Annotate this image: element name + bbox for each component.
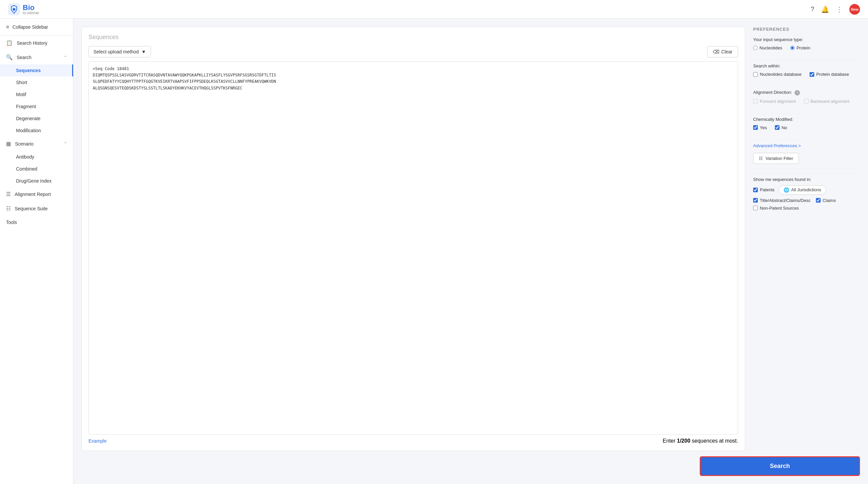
sequences-panel: Sequences Select upload method ▼ ⌫ Clear… [82,27,745,451]
sequence-type-options: Nucleotides Protein [753,45,860,51]
sidebar-item-antibody[interactable]: Antibody [0,151,73,163]
sidebar-item-fragment[interactable]: Fragment [0,100,73,112]
help-icon[interactable]: ? [811,5,814,13]
sidebar-item-modification[interactable]: Modification [0,125,73,136]
modification-label: Modification [16,128,41,133]
all-jurisdictions-button[interactable]: 🌐 All Jurisdictions [778,185,826,195]
patents-label: Patents [760,187,775,192]
protein-db-option[interactable]: Protein database [810,72,849,77]
variation-filter-label: Variation Filter [766,156,793,161]
show-me-label: Show me sequences found in: [753,177,860,182]
search-within-section: Search within: Nucleotides database Prot… [753,63,860,77]
sequence-suite-icon: ☷ [6,205,11,212]
title-abstract-checkbox[interactable] [753,198,758,203]
search-group-label: Search [17,55,31,60]
bell-icon[interactable]: 🔔 [821,5,829,13]
non-patent-option[interactable]: Non-Patent Sources [753,205,860,211]
short-label: Short [16,80,27,85]
yes-checkbox[interactable] [753,125,758,130]
sidebar-item-short[interactable]: Short [0,76,73,89]
sidebar-item-drug-gene[interactable]: Drug/Gene Index [0,175,73,187]
patents-row: Patents 🌐 All Jurisdictions [753,185,860,195]
logo-sub-text: by patsnap [23,11,39,15]
search-button[interactable]: Search [700,456,860,476]
variation-filter-button[interactable]: ☷ Variation Filter [753,153,799,164]
protein-radio-option[interactable]: Protein [790,45,810,51]
drug-gene-label: Drug/Gene Index [16,178,52,184]
protein-db-checkbox[interactable] [810,72,814,77]
degenerate-label: Degenerate [16,116,40,121]
sequence-textarea[interactable] [89,61,738,434]
seq-count-suffix: sequences at most. [690,438,738,444]
backward-alignment-option[interactable]: Backward alignment [804,99,850,104]
scenario-group-left: ▦ Scenario [6,140,33,147]
patents-checkbox[interactable] [753,188,758,192]
nucleotides-db-option[interactable]: Nucleotides database [753,72,802,77]
clear-label: Clear [721,49,733,55]
protein-radio[interactable] [790,46,795,50]
sidebar-item-sequences[interactable]: Sequences [0,64,73,76]
upload-method-button[interactable]: Select upload method ▼ [89,46,151,57]
protein-radio-label: Protein [797,45,810,51]
nucleotides-db-checkbox[interactable] [753,72,758,77]
sidebar-item-tools[interactable]: Tools [0,216,73,229]
sidebar-item-motif[interactable]: Motif [0,89,73,100]
non-patent-label: Non-Patent Sources [760,205,799,211]
new-badge: New [849,4,860,15]
alignment-direction-options: Forward alignment Backward alignment [753,99,860,104]
title-abstract-option[interactable]: Title/Abstract/Claims/Desc [753,198,811,203]
grid-icon[interactable]: ⋮ [836,5,843,13]
motif-label: Motif [16,92,26,97]
svg-point-1 [13,8,16,11]
sidebar-scenario-group[interactable]: ▦ Scenario ⌃ [0,136,73,151]
sidebar: ≡ Collapse Sidebar 📋 Search History 🔍 Se… [0,19,73,484]
backward-alignment-checkbox[interactable] [804,99,809,103]
sequences-footer: Example Enter 1/200 sequences at most. [89,434,738,444]
header-right: ? 🔔 ⋮ New [811,4,860,15]
content-area: Sequences Select upload method ▼ ⌫ Clear… [73,19,868,484]
preferences-title: PREFERENCES [753,27,860,32]
sidebar-item-sequence-suite[interactable]: ☷ Sequence Suite [0,201,73,216]
sidebar-search-group[interactable]: 🔍 Search ⌃ [0,50,73,64]
collapse-sidebar-label: Collapse Sidebar [12,24,48,30]
sidebar-item-alignment-report[interactable]: ☰ Alignment Report [0,187,73,201]
clear-button[interactable]: ⌫ Clear [707,46,738,57]
collapse-sidebar-button[interactable]: ≡ Collapse Sidebar [0,19,73,36]
title-abstract-label: Title/Abstract/Claims/Desc [760,198,811,203]
nucleotides-radio-option[interactable]: Nucleotides [753,45,782,51]
show-me-section: Show me sequences found in: Patents 🌐 Al… [753,177,860,211]
tools-label: Tools [6,220,17,225]
divider-4 [753,139,860,140]
chemically-modified-section: Chemically Modified: Yes No [753,117,860,130]
nucleotides-radio[interactable] [753,46,757,50]
forward-alignment-option[interactable]: Forward alignment [753,99,796,104]
content-inner: Sequences Select upload method ▼ ⌫ Clear… [73,19,868,451]
claims-label: Claims [823,198,836,203]
sidebar-item-search-history[interactable]: 📋 Search History [0,36,73,50]
scenario-group-label: Scenario [15,141,33,147]
sidebar-item-combined[interactable]: Combined [0,163,73,175]
sidebar-item-degenerate[interactable]: Degenerate [0,112,73,125]
example-link[interactable]: Example [89,438,106,444]
forward-alignment-checkbox[interactable] [753,99,758,103]
sequences-title: Sequences [89,34,738,41]
yes-option[interactable]: Yes [753,125,767,130]
advanced-preferences-link[interactable]: Advanced Preferences > [753,143,860,148]
claims-checkbox[interactable] [816,198,820,203]
non-patent-checkbox[interactable] [753,205,758,210]
alignment-info-icon[interactable]: i [795,90,800,95]
search-group-chevron: ⌃ [64,55,67,60]
preferences-panel: PREFERENCES Your input sequence type: Nu… [753,27,860,451]
main-layout: ≡ Collapse Sidebar 📋 Search History 🔍 Se… [0,19,868,484]
globe-icon: 🌐 [783,187,789,193]
sub-check-row: Title/Abstract/Claims/Desc Claims [753,198,860,203]
top-header: Bio by patsnap ? 🔔 ⋮ New [0,0,868,19]
search-within-label: Search within: [753,63,860,68]
claims-option[interactable]: Claims [816,198,836,203]
patents-option[interactable]: Patents [753,187,775,192]
sequences-label: Sequences [16,68,41,73]
combined-label: Combined [16,166,37,171]
no-checkbox[interactable] [775,125,779,130]
eraser-icon: ⌫ [713,49,719,55]
no-option[interactable]: No [775,125,787,130]
